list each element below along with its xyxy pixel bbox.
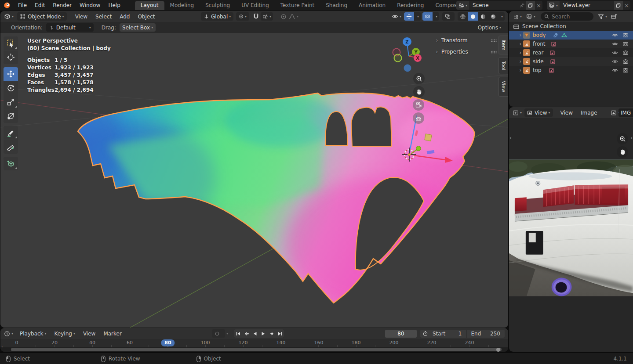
mesh-data-icon[interactable]: [561, 32, 567, 38]
new-scene-icon[interactable]: [526, 1, 535, 10]
hide-eye-icon[interactable]: [612, 67, 618, 73]
tab-shading[interactable]: Shading: [320, 1, 353, 10]
play-button[interactable]: [259, 329, 267, 338]
new-viewlayer-icon[interactable]: [614, 1, 623, 10]
editor-type-icon[interactable]: ▾: [4, 13, 14, 20]
image-data-icon[interactable]: [549, 50, 555, 56]
shading-solid-button[interactable]: [468, 12, 478, 21]
expand-icon[interactable]: ›: [518, 32, 523, 38]
snap-toggle-icon[interactable]: [253, 13, 259, 20]
outliner-filter-mode-dropdown[interactable]: ▾: [526, 14, 535, 20]
timeline-menu-playback[interactable]: Playback▾: [16, 331, 51, 337]
image-editor-menu-image[interactable]: Image: [577, 110, 601, 116]
image-mode-dropdown[interactable]: View▾: [524, 108, 553, 117]
outliner-search-input[interactable]: Search: [541, 12, 593, 21]
outliner-item-side[interactable]: › side: [509, 57, 633, 66]
image-pan-button[interactable]: [617, 146, 628, 158]
disable-render-camera-icon[interactable]: [622, 58, 629, 65]
timeline-menu-marker[interactable]: Marker: [99, 331, 125, 337]
scene-name[interactable]: Scene: [469, 2, 518, 8]
tab-rendering[interactable]: Rendering: [391, 1, 429, 10]
options-dropdown[interactable]: Options▾: [478, 25, 501, 31]
sidebar-tab-tool[interactable]: Tool: [498, 57, 508, 74]
tab-texture-paint[interactable]: Texture Paint: [275, 1, 320, 10]
viewport-menu-select[interactable]: Select: [91, 14, 116, 20]
menu-edit[interactable]: Edit: [31, 2, 49, 8]
hide-eye-icon[interactable]: [612, 41, 618, 47]
tool-transform[interactable]: [4, 109, 18, 123]
shading-rendered-button[interactable]: [488, 12, 498, 21]
expand-icon[interactable]: ›: [518, 58, 523, 65]
drag-dropdown[interactable]: Select Box▾: [120, 23, 156, 32]
menu-file[interactable]: File: [14, 2, 31, 8]
navigation-gizmo[interactable]: Z Y X: [393, 37, 422, 72]
tab-animation[interactable]: Animation: [353, 1, 391, 10]
menu-help[interactable]: Help: [104, 2, 124, 8]
panel-transform[interactable]: › Transform: [434, 36, 497, 45]
outliner-item-body[interactable]: › body: [509, 31, 633, 40]
ortho-grid-button[interactable]: [413, 112, 424, 124]
transform-orientation-dropdown[interactable]: Global▾: [201, 12, 233, 21]
visibility-dropdown[interactable]: ▾: [392, 13, 401, 20]
object-name[interactable]: side: [533, 58, 544, 65]
expand-icon[interactable]: ›: [518, 67, 523, 73]
gizmo-dropdown[interactable]: ▾: [414, 12, 421, 21]
overlays-dropdown[interactable]: ▾: [433, 12, 439, 21]
drag-grip-icon[interactable]: [491, 50, 497, 54]
image-data-icon[interactable]: [551, 41, 557, 47]
editor-type-icon[interactable]: ▾: [4, 331, 13, 337]
car-body-mesh[interactable]: [49, 93, 482, 310]
drag-grip-icon[interactable]: [491, 39, 497, 42]
mode-dropdown[interactable]: Object Mode▾: [17, 12, 67, 21]
axis-ball-neg-y[interactable]: [394, 54, 402, 62]
outliner-display-mode-dropdown[interactable]: ▾: [513, 14, 522, 20]
image-name-field[interactable]: IMG: [618, 108, 633, 117]
region-toggle-right-icon[interactable]: ‹: [630, 135, 633, 141]
image-zoom-button[interactable]: [617, 133, 628, 144]
jump-to-end-button[interactable]: [276, 329, 284, 338]
tool-select-box[interactable]: [4, 36, 18, 50]
editor-type-icon[interactable]: ▾: [513, 110, 522, 116]
proportional-edit-icon[interactable]: [280, 14, 287, 20]
xray-toggle[interactable]: [442, 12, 455, 21]
sidebar-tab-view[interactable]: View: [498, 77, 508, 96]
pin-icon[interactable]: [518, 3, 526, 8]
play-reverse-button[interactable]: [251, 329, 259, 338]
viewport-menu-object[interactable]: Object: [134, 14, 159, 20]
camera-view-button[interactable]: [413, 99, 424, 111]
tab-layout[interactable]: Layout: [135, 1, 164, 10]
new-collection-button[interactable]: [611, 13, 617, 20]
viewlayer-name[interactable]: ViewLayer: [560, 2, 614, 8]
zoom-button[interactable]: [413, 73, 425, 84]
viewport-menu-add[interactable]: Add: [116, 14, 134, 20]
pivot-point-dropdown[interactable]: ▾: [236, 12, 249, 21]
sidebar-tab-item[interactable]: Item: [498, 36, 508, 54]
panel-properties[interactable]: › Properties: [434, 47, 497, 57]
outliner-item-rear[interactable]: › rear: [509, 48, 633, 57]
viewlayer-icon[interactable]: ▾: [547, 1, 560, 10]
timeline-ruler[interactable]: › 0 20 40 60 80 100 120 140 160 180 200 …: [0, 339, 508, 347]
timeline-menu-keying[interactable]: Keying▾: [51, 331, 79, 337]
auto-keyframe-toggle[interactable]: [212, 329, 225, 338]
modifier-wrench-icon[interactable]: [552, 32, 558, 38]
tool-cursor[interactable]: [4, 50, 18, 64]
collection-row[interactable]: Scene Collection: [509, 22, 633, 31]
blender-logo-icon[interactable]: [4, 2, 11, 9]
tool-scale[interactable]: [4, 95, 18, 109]
show-gizmo-toggle[interactable]: [404, 12, 414, 21]
proportional-falloff-icon[interactable]: ▾: [289, 14, 298, 19]
expand-icon[interactable]: ›: [518, 41, 523, 47]
region-toggle-left-icon[interactable]: ‹: [509, 135, 512, 141]
object-name[interactable]: front: [533, 41, 546, 47]
outliner-item-top[interactable]: › top: [509, 66, 633, 75]
orientation-dropdown[interactable]: Default ▾: [46, 23, 94, 32]
tab-uv-editing[interactable]: UV Editing: [236, 1, 275, 10]
scrollbar-zoom-knob[interactable]: [496, 348, 500, 352]
shading-material-button[interactable]: [478, 12, 488, 21]
timeline-scrollbar[interactable]: [0, 347, 508, 352]
jump-to-start-button[interactable]: [234, 329, 242, 338]
disable-render-camera-icon[interactable]: [622, 50, 629, 56]
viewport-canvas[interactable]: Z Y X: [0, 33, 508, 328]
snap-with-dropdown[interactable]: ▾: [261, 12, 273, 21]
shading-dropdown[interactable]: ▾: [498, 12, 505, 21]
